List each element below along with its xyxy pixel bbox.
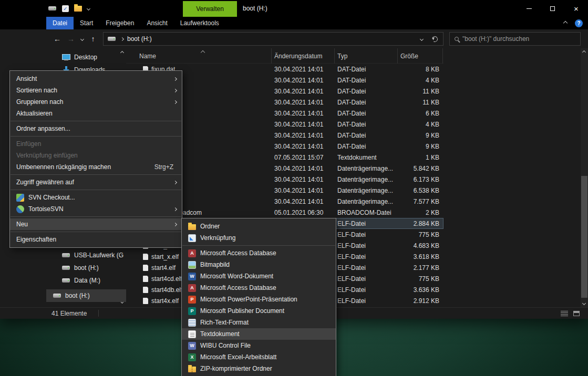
collapse-ribbon-icon[interactable] <box>563 21 568 25</box>
menu-item[interactable]: Bitmapbild <box>182 259 336 270</box>
file-icon <box>143 254 148 260</box>
menu-item[interactable]: Zugriff gewähren auf <box>10 176 182 188</box>
file-size: 11 KB <box>398 99 443 106</box>
breadcrumb[interactable]: boot (H:) <box>127 35 152 43</box>
file-type: DAT-Datei <box>335 121 398 128</box>
up-button[interactable]: ↑ <box>86 35 100 43</box>
menu-item[interactable]: Sortieren nach <box>10 85 182 96</box>
sidebar-item[interactable]: Desktop <box>46 51 126 64</box>
menu-item[interactable]: ZIP-komprimierter Ordner <box>182 363 336 374</box>
details-view-icon[interactable] <box>561 311 568 316</box>
scroll-down-icon[interactable] <box>582 301 586 305</box>
column-header-date[interactable]: Änderungsdatum <box>272 48 335 64</box>
scrollbar[interactable] <box>581 48 588 307</box>
search-input[interactable] <box>462 35 575 43</box>
word-icon <box>188 273 196 280</box>
menu-item[interactable]: Microsoft Access Database <box>182 282 336 294</box>
menu-item-label: Microsoft Access Database <box>200 284 276 291</box>
tab-datei[interactable]: Datei <box>46 17 74 29</box>
file-type: ELF-Datei <box>335 231 398 238</box>
minimize-button[interactable] <box>517 0 541 17</box>
file-type: ELF-Datei <box>335 253 398 260</box>
column-header-type[interactable]: Typ <box>335 48 398 64</box>
refresh-icon[interactable] <box>431 35 438 43</box>
menu-item[interactable]: Microsoft Access Database <box>182 247 336 259</box>
forward-button[interactable]: → <box>64 35 78 43</box>
column-headers: Name Änderungsdatum Typ Größe <box>126 48 443 64</box>
menu-item[interactable]: Microsoft PowerPoint-Präsentation <box>182 294 336 305</box>
file-icon <box>143 276 148 282</box>
tab-start[interactable]: Start <box>74 17 99 29</box>
scrollbar-thumb[interactable] <box>581 176 587 298</box>
ribbon-tabs: Datei Start Freigeben Ansicht Laufwerkto… <box>0 17 588 29</box>
powerpoint-icon <box>188 296 196 304</box>
tab-ansicht[interactable]: Ansicht <box>140 17 173 29</box>
menu-item[interactable]: Rich-Text-Format <box>182 317 336 328</box>
file-size: 4.683 KB <box>398 242 443 249</box>
maximize-button[interactable] <box>541 0 564 17</box>
breadcrumb-chevron-icon[interactable] <box>120 37 124 40</box>
menu-item[interactable]: Textdokument <box>182 328 336 340</box>
icons-view-icon[interactable] <box>573 311 580 316</box>
menu-item[interactable]: Aktualisieren <box>10 108 182 119</box>
menu-separator <box>11 121 181 121</box>
file-icon <box>143 298 148 304</box>
menu-item-label: ZIP-komprimierter Ordner <box>200 365 272 372</box>
help-icon[interactable]: ? <box>575 19 583 27</box>
menu-item[interactable]: Eigenschaften <box>10 234 182 245</box>
drive-icon <box>62 276 70 285</box>
recent-locations-icon[interactable] <box>78 38 86 40</box>
menu-item[interactable]: Ordner anpassen... <box>10 123 182 134</box>
access-icon <box>188 284 196 292</box>
file-modified-date: 30.04.2021 14:01 <box>272 121 335 128</box>
item-count: 41 Elemente <box>51 310 87 317</box>
file-size: 775 KB <box>398 231 443 238</box>
tab-freigeben[interactable]: Freigeben <box>99 17 140 29</box>
file-modified-date: 30.04.2021 14:01 <box>272 110 335 117</box>
tab-laufwerktools[interactable]: Laufwerktools <box>174 17 225 29</box>
publisher-icon <box>188 307 196 315</box>
menu-item[interactable]: Umbenennen rückgängig machenStrg+Z <box>10 161 182 173</box>
menu-item[interactable]: Ordner <box>182 221 336 232</box>
close-button[interactable]: × <box>564 0 588 17</box>
menu-item[interactable]: Gruppieren nach <box>10 96 182 108</box>
menu-item[interactable]: WIBU Control File <box>182 340 336 351</box>
menu-item-label: Microsoft Word-Dokument <box>200 273 273 280</box>
menu-shortcut: Strg+Z <box>154 163 173 171</box>
menu-item[interactable]: Microsoft Publisher Document <box>182 305 336 317</box>
address-bar[interactable]: boot (H:) <box>103 32 443 46</box>
menu-item-label: Microsoft Access Database <box>200 249 276 257</box>
menu-item[interactable]: Neu <box>10 218 182 230</box>
properties-check-icon[interactable] <box>62 5 69 12</box>
file-size: 4 KB <box>398 121 443 128</box>
menu-item[interactable]: Microsoft Word-Dokument <box>182 270 336 282</box>
menu-item-label: Umbenennen rückgängig machen <box>16 163 111 171</box>
context-menu: AnsichtSortieren nachGruppieren nachAktu… <box>9 70 182 248</box>
sidebar-item[interactable]: Data (M:) <box>46 274 126 287</box>
window-controls: × <box>517 0 588 17</box>
qat-chevron-down-icon[interactable] <box>87 6 90 10</box>
sidebar-item[interactable]: USB-Laufwerk (G <box>46 249 126 262</box>
menu-item[interactable]: TortoiseSVN <box>10 203 182 215</box>
sidebar-item[interactable]: boot (H:) <box>46 262 126 274</box>
menu-item[interactable]: Microsoft Excel-Arbeitsblatt <box>182 351 336 363</box>
file-size: 2.177 KB <box>398 264 443 271</box>
file-size: 9 KB <box>398 143 443 150</box>
file-type: Textdokument <box>335 154 398 161</box>
file-type: Datenträgerimage... <box>335 165 398 172</box>
column-header-size[interactable]: Größe <box>398 48 443 64</box>
scroll-up-icon[interactable] <box>582 50 586 54</box>
menu-item[interactable]: Verknüpfung <box>182 232 336 244</box>
column-header-name[interactable]: Name <box>126 48 272 64</box>
menu-item[interactable]: SVN Checkout... <box>10 192 182 203</box>
search-box[interactable] <box>449 32 581 46</box>
contextual-tab-header[interactable]: Verwalten <box>183 1 237 17</box>
sidebar-item[interactable]: boot (H:) <box>46 289 126 302</box>
address-dropdown-icon[interactable] <box>420 37 424 40</box>
drive-icon[interactable] <box>48 4 57 13</box>
menu-item[interactable]: Ansicht <box>10 73 182 85</box>
back-button[interactable]: ← <box>50 35 64 43</box>
new-folder-icon[interactable] <box>74 6 82 12</box>
search-icon <box>455 37 459 41</box>
sort-ascending-icon <box>201 50 205 55</box>
